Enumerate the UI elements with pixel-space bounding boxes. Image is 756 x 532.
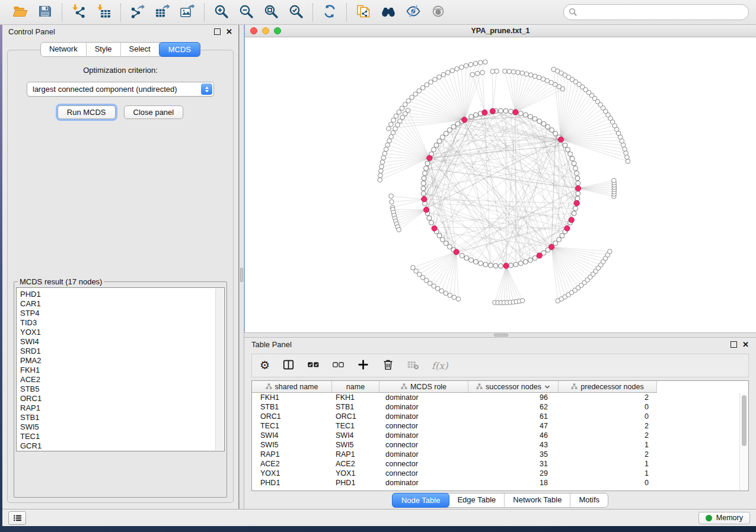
ring-node[interactable] xyxy=(455,121,460,126)
ring-node[interactable] xyxy=(568,152,573,156)
table-scrollbar-thumb[interactable] xyxy=(742,395,747,446)
leaf-node[interactable] xyxy=(379,169,384,174)
ring-node[interactable] xyxy=(432,148,436,152)
dominator-node[interactable] xyxy=(490,108,495,114)
tab-style[interactable]: Style xyxy=(87,43,121,56)
leaf-node[interactable] xyxy=(425,82,429,87)
import-table-button[interactable] xyxy=(94,3,113,22)
ring-node[interactable] xyxy=(546,124,550,129)
dominator-node[interactable] xyxy=(454,249,459,255)
function-builder-button[interactable]: f(x) xyxy=(432,360,448,371)
ring-node[interactable] xyxy=(423,166,428,171)
table-settings-button[interactable]: ⚙ xyxy=(260,360,270,371)
leaf-node[interactable] xyxy=(403,102,407,107)
table-row[interactable]: SWI4SWI4dominator462 xyxy=(252,431,739,440)
leaf-node[interactable] xyxy=(394,114,398,118)
network-graph[interactable] xyxy=(245,37,756,332)
leaf-node[interactable] xyxy=(413,92,418,97)
column-header-MCDS-role[interactable]: MCDS role xyxy=(379,381,468,392)
leaf-node[interactable] xyxy=(528,73,533,78)
close-table-panel-icon[interactable]: ✕ xyxy=(742,342,749,348)
horizontal-splitter-handle[interactable] xyxy=(494,334,508,336)
leaf-node[interactable] xyxy=(480,70,485,75)
ring-node[interactable] xyxy=(553,241,558,246)
export-table-button[interactable] xyxy=(153,3,172,22)
ring-node[interactable] xyxy=(513,262,518,267)
network-canvas[interactable] xyxy=(245,37,756,332)
ring-node[interactable] xyxy=(434,143,439,148)
leaf-node[interactable] xyxy=(520,71,525,76)
tab-network-table[interactable]: Network Table xyxy=(505,493,570,507)
ring-node[interactable] xyxy=(523,259,528,264)
leaf-node[interactable] xyxy=(435,286,440,291)
leaf-node[interactable] xyxy=(464,63,468,68)
leaf-node[interactable] xyxy=(495,69,499,73)
leaf-node[interactable] xyxy=(390,200,394,204)
ring-node[interactable] xyxy=(479,261,483,266)
mcds-result-item[interactable]: STP4 xyxy=(20,309,224,318)
ring-node[interactable] xyxy=(532,117,537,121)
leaf-node[interactable] xyxy=(382,151,387,156)
ring-node[interactable] xyxy=(474,113,479,117)
ring-node[interactable] xyxy=(499,264,503,268)
ring-node[interactable] xyxy=(421,191,426,196)
leaf-node[interactable] xyxy=(384,147,388,152)
select-all-rows-button[interactable] xyxy=(307,358,320,373)
leaf-node[interactable] xyxy=(483,60,488,65)
ring-node[interactable] xyxy=(447,245,452,249)
ring-node[interactable] xyxy=(451,124,456,129)
mcds-result-item[interactable]: RAP1 xyxy=(20,403,224,413)
mcds-result-item[interactable]: SWI4 xyxy=(20,337,224,347)
ring-node[interactable] xyxy=(553,131,558,136)
ring-node[interactable] xyxy=(474,259,479,264)
leaf-node[interactable] xyxy=(520,299,525,303)
leaf-node[interactable] xyxy=(455,66,460,71)
mcds-result-list[interactable]: PHD1CAR1STP4TID3YOX1SWI4SRD1PMA2FKH1ACE2… xyxy=(16,287,225,451)
ring-node[interactable] xyxy=(572,211,576,216)
open-file-button[interactable] xyxy=(11,3,30,22)
leaf-node[interactable] xyxy=(551,67,556,72)
leaf-node[interactable] xyxy=(391,118,396,123)
leaf-node[interactable] xyxy=(541,77,546,82)
dominator-node[interactable] xyxy=(423,207,429,213)
leaf-node[interactable] xyxy=(608,249,613,254)
table-row[interactable]: ORC1ORC1dominator610 xyxy=(252,412,739,421)
first-neighbors-button[interactable] xyxy=(379,3,398,22)
leaf-node[interactable] xyxy=(456,297,461,302)
table-row[interactable]: SWI5SWI5connector431 xyxy=(252,440,739,450)
mcds-result-item[interactable]: TEC1 xyxy=(20,432,224,441)
leaf-node[interactable] xyxy=(380,160,385,165)
task-history-button[interactable] xyxy=(8,511,26,525)
leaf-node[interactable] xyxy=(470,72,475,77)
leaf-node[interactable] xyxy=(612,178,617,183)
leaf-node[interactable] xyxy=(490,69,495,74)
ring-node[interactable] xyxy=(422,176,426,181)
leaf-node[interactable] xyxy=(400,106,404,111)
table-row[interactable]: FKH1FKH1dominator962 xyxy=(252,393,739,402)
mcds-result-item[interactable]: FKH1 xyxy=(20,366,224,375)
mcds-result-item[interactable]: STB5 xyxy=(20,384,224,394)
search-box[interactable] xyxy=(563,4,749,20)
tab-network[interactable]: Network xyxy=(41,43,87,56)
node-table[interactable]: shared namenameMCDS rolesuccessor nodesp… xyxy=(251,380,749,491)
table-row[interactable]: PHD1PHD1dominator180 xyxy=(252,478,739,488)
ring-node[interactable] xyxy=(557,237,562,242)
ring-node[interactable] xyxy=(541,121,546,126)
column-header-predecessor-nodes[interactable]: predecessor nodes xyxy=(559,381,657,392)
refresh-layout-button[interactable] xyxy=(320,3,339,22)
ring-node[interactable] xyxy=(523,113,528,117)
ring-node[interactable] xyxy=(469,114,474,119)
tab-select[interactable]: Select xyxy=(121,43,160,56)
delete-table-button[interactable] xyxy=(407,358,419,373)
mcds-result-item[interactable]: ORC1 xyxy=(20,394,224,403)
leaf-node[interactable] xyxy=(410,95,414,100)
leaf-node[interactable] xyxy=(516,70,521,75)
run-mcds-button[interactable]: Run MCDS xyxy=(58,105,116,119)
zoom-out-button[interactable] xyxy=(237,3,256,22)
save-session-button[interactable] xyxy=(36,3,55,22)
leaf-node[interactable] xyxy=(475,71,480,76)
ring-node[interactable] xyxy=(447,128,452,133)
table-row[interactable]: YOX1YOX1connector291 xyxy=(252,469,739,478)
table-row[interactable]: STB1STB1dominator620 xyxy=(252,402,739,412)
leaf-node[interactable] xyxy=(532,74,537,79)
